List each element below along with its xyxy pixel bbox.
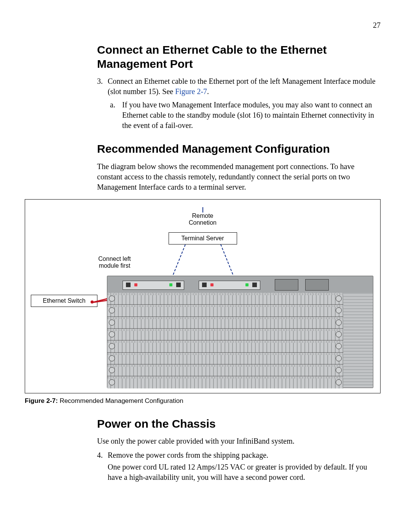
chassis-display-1 [275, 279, 298, 291]
recommended-paragraph: The diagram below shows the recommended … [97, 161, 381, 192]
dashed-line-right [220, 244, 234, 278]
chassis-illustration [107, 276, 373, 388]
step-3a-text: If you have two Management Interface mod… [122, 101, 374, 129]
chassis-slot [107, 340, 343, 352]
heading-power-on: Power on the Chassis [97, 417, 381, 431]
chassis-slot [107, 376, 343, 388]
chassis-slot [107, 364, 343, 376]
figure-2-7: Remote Connetion Terminal Server Connect… [25, 199, 381, 405]
step-3a-letter: a. [110, 100, 115, 110]
figure-2-7-caption: Figure 2-7: Recommended Management Confi… [25, 397, 381, 405]
chassis-slot [107, 329, 343, 340]
step-4-continuation: One power cord UL rated 12 Amps/125 VAC … [108, 462, 381, 482]
chassis-top-row [107, 276, 373, 293]
figure-2-7-diagram: Remote Connetion Terminal Server Connect… [25, 199, 381, 393]
management-module-right [199, 281, 260, 290]
step-3-text-a: Connect an Ethernet cable to the Etherne… [108, 77, 376, 96]
chassis-slot [107, 305, 343, 316]
label-remote-connection: Remote Connetion [176, 212, 229, 227]
page: 27 Connect an Ethernet Cable to the Ethe… [0, 0, 411, 532]
step-3-number: 3. [97, 76, 103, 86]
page-content: Connect an Ethernet Cable to the Etherne… [97, 43, 381, 482]
step-3-text-b: . [207, 87, 209, 96]
ethernet-cable-origin [91, 300, 94, 304]
chassis-slot-area [107, 293, 343, 388]
page-number: 27 [373, 21, 381, 30]
heading-recommended-config: Recommended Management Configuration [97, 142, 381, 156]
label-connect-left-module: Connect left module first [90, 256, 139, 270]
figure-2-7-link[interactable]: Figure 2-7 [175, 87, 207, 96]
chassis-display-2 [305, 279, 329, 291]
chassis-side-vents [343, 293, 373, 388]
step-4-number: 4. [97, 450, 103, 460]
step-3: 3. Connect an Ethernet cable to the Ethe… [97, 76, 381, 97]
step-4-text: Remove the power cords from the shipping… [108, 451, 268, 459]
chassis-slot [107, 317, 343, 329]
label-terminal-server: Terminal Server [169, 232, 237, 244]
dashed-line-left [171, 244, 185, 278]
step-3a: a. If you have two Management Interface … [97, 100, 381, 131]
chassis-slot [107, 353, 343, 364]
figure-2-7-caption-text: Recommended Management Configuration [60, 397, 183, 404]
remote-connection-tick [202, 207, 203, 212]
management-module-left [123, 281, 184, 290]
figure-2-7-label: Figure 2-7: [25, 397, 58, 404]
power-on-paragraph: Use only the power cable provided with y… [97, 436, 381, 446]
step-4: 4. Remove the power cords from the shipp… [97, 450, 381, 482]
chassis-slot [107, 293, 343, 305]
heading-connect-ethernet: Connect an Ethernet Cable to the Etherne… [97, 43, 381, 71]
label-ethernet-switch: Ethernet Switch [31, 295, 97, 307]
